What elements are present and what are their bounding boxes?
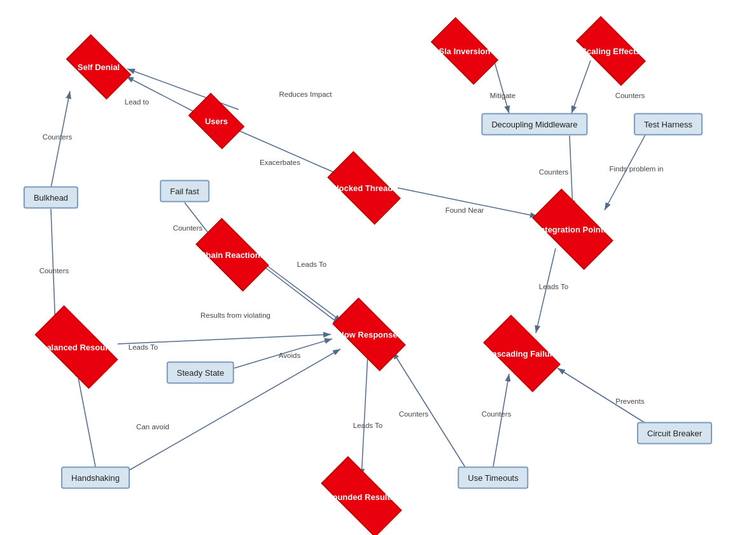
diagram-canvas: Self DenialUsersSla InversionScaling Eff… bbox=[0, 0, 756, 535]
rect-handshaking: Handshaking bbox=[61, 467, 130, 489]
diamond-blocked-threads bbox=[327, 151, 400, 224]
diamond-unbounded-resultsets bbox=[321, 456, 402, 535]
edge-label-9: Counters bbox=[615, 92, 645, 99]
diamond-self-denial bbox=[66, 34, 132, 100]
edge-label-1: Reduces Impact bbox=[279, 90, 332, 98]
rect-circuit-breaker: Circuit Breaker bbox=[637, 422, 712, 445]
edge-label-12: Results from violating bbox=[200, 311, 270, 319]
edge-label-14: Avoids bbox=[279, 352, 300, 359]
svg-line-13 bbox=[261, 261, 342, 322]
svg-line-19 bbox=[557, 368, 649, 425]
svg-line-9 bbox=[493, 57, 509, 113]
edge-label-18: Leads To bbox=[353, 422, 382, 429]
rect-bulkhead: Bulkhead bbox=[24, 187, 78, 209]
diamond-scaling-effects bbox=[576, 16, 646, 86]
rect-use-timeouts: Use Timeouts bbox=[458, 467, 528, 489]
rect-fail-fast: Fail fast bbox=[160, 180, 209, 203]
edge-label-8: Mitigate bbox=[490, 92, 515, 99]
edge-label-11: Leads To bbox=[539, 283, 568, 290]
diamond-unbalanced-resources bbox=[35, 306, 118, 389]
diamond-slow-responses bbox=[332, 297, 405, 371]
edge-label-19: Counters bbox=[39, 267, 69, 275]
edge-label-13: Leads To bbox=[129, 343, 158, 351]
edge-label-6: Found Near bbox=[445, 206, 484, 214]
svg-line-4 bbox=[239, 131, 340, 175]
diamond-sla-inversion bbox=[431, 17, 498, 85]
svg-line-16 bbox=[361, 353, 368, 476]
edge-label-4: Counters bbox=[173, 224, 203, 232]
svg-line-10 bbox=[571, 61, 591, 113]
edge-label-0: Lead to bbox=[125, 98, 149, 106]
edge-label-15: Counters bbox=[399, 410, 429, 418]
diamond-chain-reactions bbox=[195, 218, 269, 291]
diamond-cascading-failure bbox=[483, 315, 561, 392]
edge-label-16: Counters bbox=[482, 410, 512, 418]
diamond-integration-points bbox=[532, 189, 613, 269]
svg-line-6 bbox=[261, 264, 340, 325]
edge-label-7: Counters bbox=[539, 168, 569, 176]
edge-label-20: Can avoid bbox=[136, 423, 169, 431]
edge-label-17: Prevents bbox=[615, 397, 644, 405]
edge-label-2: Counters bbox=[43, 133, 73, 141]
svg-line-14 bbox=[118, 334, 331, 344]
rect-decoupling-middleware: Decoupling Middleware bbox=[481, 113, 587, 136]
svg-line-18 bbox=[493, 374, 509, 467]
edge-label-10: Finds problem in bbox=[609, 165, 663, 173]
diamond-users bbox=[188, 93, 244, 149]
rect-steady-state: Steady State bbox=[167, 362, 234, 384]
svg-line-12 bbox=[536, 248, 556, 333]
rect-test-harness: Test Harness bbox=[634, 113, 703, 136]
svg-line-1 bbox=[126, 76, 197, 113]
edge-label-5: Leads To bbox=[297, 260, 326, 268]
edge-label-3: Exacerbates bbox=[260, 159, 300, 166]
